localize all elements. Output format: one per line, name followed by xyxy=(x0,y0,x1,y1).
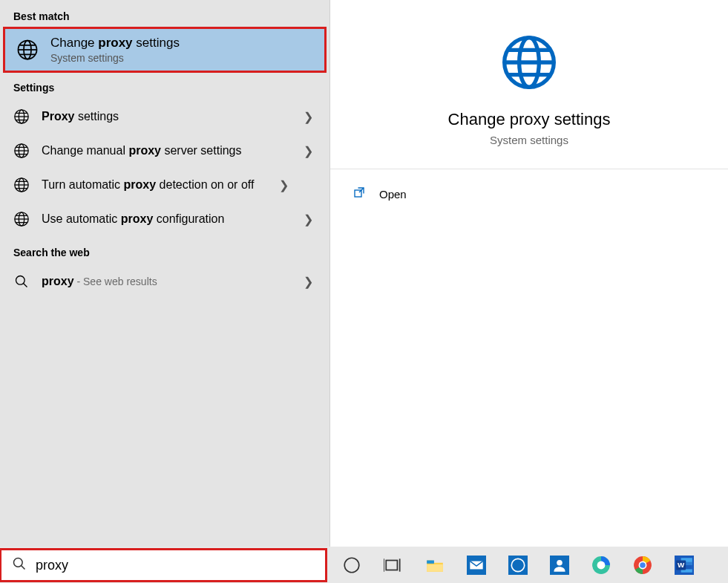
chrome-button[interactable] xyxy=(625,549,660,582)
best-match-subtitle: System settings xyxy=(50,52,180,64)
search-icon xyxy=(12,556,27,574)
chevron-right-icon[interactable]: ❯ xyxy=(276,178,292,192)
taskbar-icons: W xyxy=(327,549,702,582)
settings-item-label: Turn automatic proxy detection on or off xyxy=(42,177,264,193)
open-action[interactable]: Open xyxy=(330,169,728,218)
settings-item-label: Change manual proxy server settings xyxy=(42,143,289,159)
file-explorer-button[interactable] xyxy=(417,549,453,582)
search-icon xyxy=(13,273,30,290)
settings-item-proxy-settings[interactable]: Proxy settings ❯ xyxy=(0,100,329,134)
web-result-label: proxy - See web results xyxy=(42,273,289,290)
best-match-text: Change proxy settings System settings xyxy=(50,36,180,64)
contacts-button[interactable] xyxy=(542,549,577,582)
dell-icon xyxy=(507,554,529,576)
settings-item-label: Use automatic proxy configuration xyxy=(42,211,289,227)
dell-app-button[interactable] xyxy=(500,549,536,582)
contacts-icon xyxy=(548,554,571,576)
results-pane: Best match Change proxy settings System … xyxy=(0,0,329,547)
svg-text:W: W xyxy=(678,561,685,569)
svg-point-39 xyxy=(640,562,646,568)
preview-pane: Change proxy settings System settings Op… xyxy=(329,0,728,547)
open-icon xyxy=(352,186,366,202)
svg-point-36 xyxy=(597,561,606,569)
svg-point-34 xyxy=(557,559,563,565)
globe-icon xyxy=(13,177,30,193)
open-label: Open xyxy=(379,188,407,201)
settings-item-auto-detection[interactable]: Turn automatic proxy detection on or off… xyxy=(0,168,329,202)
search-web-header: Search the web xyxy=(0,236,329,264)
chevron-right-icon[interactable]: ❯ xyxy=(301,212,316,227)
task-view-button[interactable] xyxy=(376,549,411,582)
preview-title: Change proxy settings xyxy=(448,110,611,129)
preview-subtitle: System settings xyxy=(490,134,568,146)
search-input[interactable] xyxy=(36,558,315,573)
chevron-right-icon[interactable]: ❯ xyxy=(301,144,316,158)
svg-point-22 xyxy=(14,558,23,567)
chevron-right-icon[interactable]: ❯ xyxy=(301,110,316,124)
web-result-proxy[interactable]: proxy - See web results ❯ xyxy=(0,264,329,299)
word-icon: W xyxy=(673,554,695,576)
svg-point-15 xyxy=(16,276,25,285)
chevron-right-icon[interactable]: ❯ xyxy=(301,275,316,289)
taskbar-search-box[interactable] xyxy=(0,549,327,582)
best-match-title: Change proxy settings xyxy=(50,36,180,51)
globe-icon xyxy=(499,33,559,95)
search-flyout: Best match Change proxy settings System … xyxy=(0,0,728,547)
folder-icon xyxy=(424,554,446,576)
taskbar: W xyxy=(0,547,728,583)
svg-rect-29 xyxy=(427,560,434,563)
svg-rect-25 xyxy=(386,560,397,570)
svg-line-16 xyxy=(24,284,27,287)
settings-item-manual-proxy[interactable]: Change manual proxy server settings ❯ xyxy=(0,134,329,168)
mail-button[interactable] xyxy=(459,549,494,582)
cortana-button[interactable] xyxy=(334,549,370,582)
settings-item-label: Proxy settings xyxy=(42,108,289,125)
chrome-icon xyxy=(632,554,654,576)
globe-icon xyxy=(13,211,30,227)
settings-item-auto-config[interactable]: Use automatic proxy configuration ❯ xyxy=(0,202,329,236)
svg-line-23 xyxy=(22,566,25,570)
svg-rect-28 xyxy=(427,564,443,571)
best-match-header: Best match xyxy=(0,0,329,28)
svg-point-24 xyxy=(344,558,359,573)
mail-icon xyxy=(465,554,488,576)
best-match-result[interactable]: Change proxy settings System settings xyxy=(4,28,325,71)
edge-icon xyxy=(590,554,612,576)
globe-icon xyxy=(13,108,30,125)
settings-header: Settings xyxy=(0,71,329,100)
word-button[interactable]: W xyxy=(666,549,702,582)
edge-button[interactable] xyxy=(583,549,619,582)
globe-icon xyxy=(13,143,30,159)
preview-header: Change proxy settings System settings xyxy=(330,0,728,169)
globe-icon xyxy=(16,39,39,61)
